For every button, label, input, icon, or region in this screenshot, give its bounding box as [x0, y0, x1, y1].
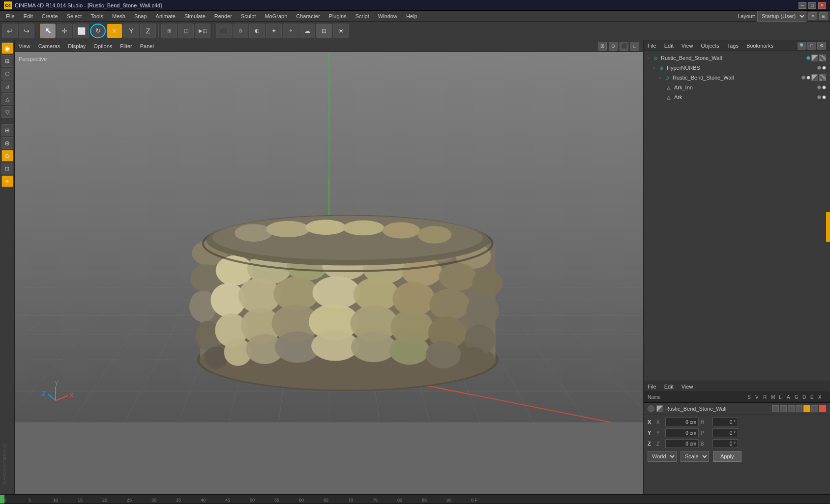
deformer-button[interactable]: ⌖	[283, 24, 298, 38]
tree-item-ark-inn[interactable]: △ Ark_Inn	[663, 83, 828, 92]
sym-button[interactable]: Y	[123, 24, 139, 38]
dot-ark-inn-1	[817, 85, 821, 89]
mat-edit[interactable]: Edit	[664, 384, 674, 390]
move-tool-button[interactable]: ✛	[57, 24, 72, 38]
viewport-menu-view[interactable]: View	[19, 43, 30, 49]
viewport[interactable]: X Y Z Perspective	[15, 52, 643, 494]
menu-snap[interactable]: Snap	[130, 12, 151, 20]
p-rot-input[interactable]	[712, 428, 738, 437]
layout-icon2[interactable]: ⊞	[819, 12, 828, 20]
maximize-button[interactable]: □	[808, 2, 816, 9]
expand-icon[interactable]: □	[807, 42, 816, 50]
tool-sculpt[interactable]: ✿	[1, 150, 13, 162]
search-icon[interactable]: 🔍	[798, 42, 806, 50]
timeline[interactable]: 0 5 10 15 20 25 30 35 40 45 50 55 60 65 …	[0, 494, 830, 504]
apply-button[interactable]: Apply	[713, 451, 741, 462]
viewport-icon-2[interactable]: ⊙	[609, 42, 618, 51]
mode-point[interactable]: △	[1, 93, 13, 105]
mat-icon-2	[780, 405, 787, 412]
rotate-tool-button[interactable]: ↻	[90, 24, 106, 38]
mode-model[interactable]: ◉	[1, 42, 13, 54]
select-tool-button[interactable]: ↖	[40, 24, 56, 38]
mat-view[interactable]: View	[682, 384, 693, 390]
tree-item-mesh[interactable]: ▸ ⊙ Rustic_Bend_Stone_Wall	[657, 73, 828, 83]
right-panel-objects[interactable]: Objects	[701, 43, 719, 49]
right-panel-edit[interactable]: Edit	[664, 43, 674, 49]
viewport-icon-3[interactable]: ⬛	[620, 42, 628, 51]
mode-poly[interactable]: ⬡	[1, 68, 13, 80]
menu-simulate[interactable]: Simulate	[180, 12, 209, 20]
env-button[interactable]: ☁	[299, 24, 315, 38]
right-panel-tags[interactable]: Tags	[727, 43, 739, 49]
right-panel-view[interactable]: View	[682, 43, 693, 49]
object-button[interactable]: ⊙	[233, 24, 248, 38]
mat-file[interactable]: File	[648, 384, 656, 390]
menu-create[interactable]: Create	[38, 12, 62, 20]
menu-tools[interactable]: Tools	[87, 12, 107, 20]
menu-window[interactable]: Window	[374, 12, 401, 20]
settings-icon[interactable]: ⚙	[817, 42, 826, 50]
magnet-button[interactable]: Z	[140, 24, 156, 38]
spline-button[interactable]: ◐	[249, 24, 265, 38]
mode-mesh[interactable]: ⊞	[1, 55, 13, 67]
anim-play-button[interactable]: ▶◫	[195, 24, 210, 38]
menu-select[interactable]: Select	[63, 12, 86, 20]
viewport-icon-1[interactable]: ⊞	[598, 42, 607, 51]
nurbs-button[interactable]: ✦	[266, 24, 282, 38]
menu-file[interactable]: File	[2, 12, 19, 20]
menu-sculpt[interactable]: Sculpt	[237, 12, 260, 20]
menu-character[interactable]: Character	[292, 12, 324, 20]
undo-button[interactable]: ↩	[2, 24, 18, 38]
anim-rec-button[interactable]: ◫	[178, 24, 194, 38]
tool-extra[interactable]: ✦	[1, 175, 13, 187]
minimize-button[interactable]: ─	[799, 2, 806, 9]
x-pos-input[interactable]	[665, 418, 699, 426]
menu-help[interactable]: Help	[402, 12, 421, 20]
camera-button[interactable]: ⊡	[316, 24, 332, 38]
svg-point-78	[426, 341, 461, 368]
tree-item-hypernurbs[interactable]: ▸ ⊕ HyperNURBS	[652, 63, 828, 73]
mode-edge[interactable]: ⊿	[1, 81, 13, 92]
right-panel-bookmarks[interactable]: Bookmarks	[746, 43, 773, 49]
viewport-menu-panel[interactable]: Panel	[140, 43, 154, 49]
close-button[interactable]: ✕	[818, 2, 826, 9]
right-edge-tab[interactable]	[826, 212, 830, 242]
layout-icon1[interactable]: ≡	[808, 12, 817, 20]
viewport-icon-maximize[interactable]: □	[630, 42, 639, 51]
maxon-logo: MAXON CINEMA 4D	[2, 443, 7, 484]
tool-axis[interactable]: ⊞	[1, 124, 13, 136]
menu-render[interactable]: Render	[210, 12, 236, 20]
material-row[interactable]: Rustic_Bend_Stone_Wall	[644, 403, 830, 415]
redo-button[interactable]: ↪	[19, 24, 34, 38]
tool-lock[interactable]: ⊡	[1, 163, 13, 174]
menu-animate[interactable]: Animate	[152, 12, 179, 20]
toolbar-sep-1	[37, 24, 37, 38]
menu-mesh[interactable]: Mesh	[108, 12, 129, 20]
menu-edit[interactable]: Edit	[20, 12, 37, 20]
z-pos-input[interactable]	[665, 439, 699, 448]
viewport-menu-cameras[interactable]: Cameras	[38, 43, 60, 49]
menu-script[interactable]: Script	[352, 12, 373, 20]
viewport-menu-filter[interactable]: Filter	[120, 43, 132, 49]
viewport-menu-display[interactable]: Display	[68, 43, 86, 49]
mode-uv[interactable]: ▽	[1, 106, 13, 118]
tool-snap[interactable]: ⊕	[1, 137, 13, 149]
cube-button[interactable]: ⬛	[216, 24, 232, 38]
right-panel-file[interactable]: File	[648, 43, 656, 49]
scale-tool-button[interactable]: ⬜	[73, 24, 89, 38]
keyframe-all-button[interactable]: ⊞	[161, 24, 177, 38]
material-icon-1	[811, 55, 818, 61]
coord-system-select[interactable]: World	[648, 451, 677, 462]
b-rot-input[interactable]	[712, 439, 738, 448]
layout-select[interactable]: Startup (User)	[757, 11, 806, 22]
transform-type-select[interactable]: Scale	[681, 451, 709, 462]
tree-item-ark[interactable]: △ Ark	[663, 92, 828, 102]
menu-plugins[interactable]: Plugins	[325, 12, 351, 20]
lasso-button[interactable]: ✕	[107, 24, 122, 38]
y-pos-input[interactable]	[665, 428, 699, 437]
menu-mograph[interactable]: MoGraph	[261, 12, 291, 20]
light-button[interactable]: ☀	[333, 24, 349, 38]
tree-item-root[interactable]: ▸ ⊙ Rustic_Bend_Stone_Wall	[646, 53, 828, 63]
viewport-menu-options[interactable]: Options	[93, 43, 112, 49]
h-rot-input[interactable]	[712, 418, 738, 426]
